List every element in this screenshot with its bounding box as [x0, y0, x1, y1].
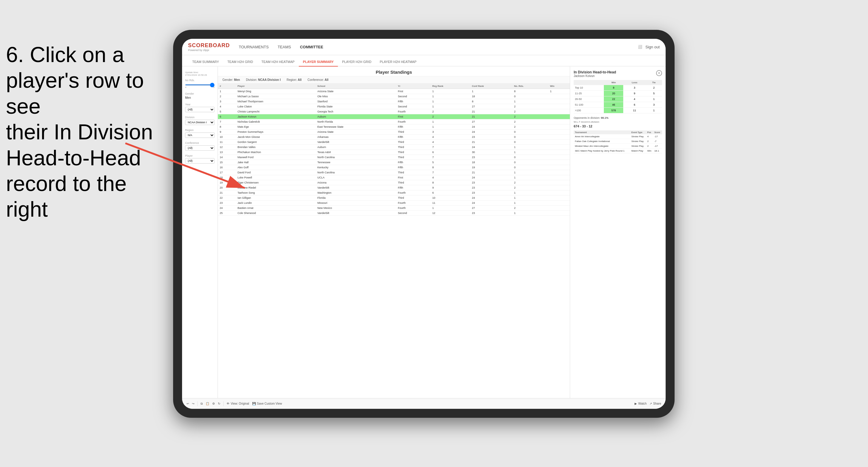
save-custom-button[interactable]: 💾 Save Custom View: [252, 402, 282, 405]
copy-button[interactable]: ⧉: [200, 402, 203, 406]
table-row[interactable]: 10 Jacob Mon Gloose Arkansas Fifth 4 23 …: [218, 134, 570, 139]
h2h-col-label: [574, 80, 604, 85]
col-score: Score: [653, 130, 662, 134]
table-row[interactable]: 9 Preston Summerhays Arizona State Third…: [218, 129, 570, 134]
share-button[interactable]: ↗ Share: [650, 402, 661, 405]
cell-reg: 4: [430, 175, 470, 180]
cell-player: Brendan Valles: [236, 145, 315, 150]
sub-nav-player-h2h-heatmap[interactable]: PLAYER H2H HEATMAP: [375, 58, 421, 66]
gender-value: Men: [185, 96, 215, 99]
cell-rds: 0: [512, 160, 548, 165]
table-row[interactable]: 7 Nicholas Gabrelcik North Florida Fourt…: [218, 119, 570, 124]
tournament-name: Amer Ari Intercollegiate: [574, 134, 630, 139]
cell-yr: Third: [396, 170, 430, 175]
cell-reg: 1: [430, 104, 470, 109]
table-row[interactable]: 4 Luke Claton Florida State Second 1 27 …: [218, 104, 570, 109]
table-row[interactable]: 13 Phichakun Maichon Texas A&M Third 6 3…: [218, 150, 570, 155]
table-row[interactable]: 3 Michael Thorbjornsen Stanford Fifth 1 …: [218, 99, 570, 104]
table-row[interactable]: 6 Jackson Koivun Auburn First 2 21 2: [218, 114, 570, 119]
cell-rds: 2: [512, 104, 548, 109]
redo-button[interactable]: ↪: [192, 402, 194, 405]
sub-nav-team-h2h-grid[interactable]: TEAM H2H GRID: [223, 58, 257, 66]
table-row[interactable]: 16 Alex Goff Kentucky Fifth 8 19 0: [218, 165, 570, 170]
table-row[interactable]: 15 Jake Hall Tennessee Fifth 5 18 0: [218, 160, 570, 165]
cell-school: Ole Miss: [315, 94, 396, 99]
table-row[interactable]: 23 Jack Lundin Missouri Fourth 11 24 1: [218, 200, 570, 206]
table-row[interactable]: 20 Matthew Riedel Vanderbilt Fifth 9 23 …: [218, 185, 570, 190]
cell-yr: Third: [396, 155, 430, 160]
h2h-title: In Division Head-to-Head: [574, 70, 616, 74]
nav-icon: ⬜: [638, 45, 642, 49]
cell-rds: 2: [512, 185, 548, 190]
cell-player: Michael La Sasso: [236, 94, 315, 99]
cell-conf: 27: [470, 104, 512, 109]
table-row[interactable]: 24 Bastien Amat New Mexico Fourth 1 27 2: [218, 206, 570, 211]
h2h-row-label: 11-25: [574, 91, 604, 96]
cell-rds: 2: [512, 206, 548, 211]
nav-committee[interactable]: COMMITTEE: [300, 43, 323, 51]
table-row[interactable]: 14 Maxwell Ford North Carolina Third 7 2…: [218, 155, 570, 160]
h2h-row: >100 578 11 1: [574, 108, 662, 114]
region-select[interactable]: N/A: [185, 132, 215, 138]
division-select[interactable]: NCAA Division I: [185, 120, 215, 125]
nav-tournaments[interactable]: TOURNAMENTS: [239, 43, 269, 51]
table-row[interactable]: 5 Christo Lamprecht Georgia Tech Fourth …: [218, 109, 570, 114]
player-select[interactable]: (All): [185, 158, 215, 163]
cell-conf: 21: [470, 139, 512, 145]
h2h-tournament-table: Tournament Event Type Pos Score Amer Ari…: [574, 130, 662, 153]
undo-button[interactable]: ↩: [187, 402, 189, 405]
table-row[interactable]: 21 Taehoon Song Washington Fourth 6 23 1: [218, 190, 570, 195]
table-row[interactable]: 2 Michael La Sasso Ole Miss Second 1 18 …: [218, 94, 570, 99]
nav-teams[interactable]: TEAMS: [278, 43, 291, 51]
region-label: Region: [185, 129, 215, 132]
cell-win: [548, 211, 570, 216]
settings-button[interactable]: ⚙: [212, 402, 215, 405]
cell-conf: 1: [470, 89, 512, 94]
sub-nav-player-summary[interactable]: PLAYER SUMMARY: [299, 58, 338, 66]
no-rds-section: No Rds. 4 6: [185, 79, 215, 89]
cell-yr: Third: [396, 145, 430, 150]
refresh-button[interactable]: ↻: [218, 402, 220, 405]
cell-yr: Fifth: [396, 185, 430, 190]
table-row[interactable]: 18 Luke Powell UCLA First 4 24 1: [218, 175, 570, 180]
cell-conf: 24: [470, 200, 512, 206]
cell-win: [548, 94, 570, 99]
table-row[interactable]: 1 Wenyi Ding Arizona State First 1 1 8 1: [218, 89, 570, 94]
cell-yr: Fourth: [396, 200, 430, 206]
cell-rds: 0: [512, 94, 548, 99]
cell-yr: Third: [396, 195, 430, 200]
cell-yr: First: [396, 89, 430, 94]
year-select[interactable]: (All): [185, 107, 215, 112]
no-rds-slider[interactable]: [185, 85, 215, 85]
tournament-name: Fallan Oak Collegiate Invitational: [574, 139, 630, 144]
table-row[interactable]: 11 Gordon Sargent Vanderbilt Third 4 21 …: [218, 139, 570, 145]
watch-button[interactable]: ▶ Watch: [634, 402, 647, 405]
cell-conf: 24: [470, 124, 512, 129]
h2h-row: 26-50 22 4 1: [574, 96, 662, 102]
paste-button[interactable]: 📋: [206, 402, 209, 405]
cell-player: Cole Sherwood: [236, 211, 315, 216]
sign-out-link[interactable]: Sign out: [645, 43, 660, 51]
col-event-type: Event Type: [630, 130, 646, 134]
logo-scoreboard: SCOREBOARD: [188, 42, 230, 49]
sub-nav-team-h2h-heatmap[interactable]: TEAM H2H HEATMAP: [257, 58, 299, 66]
table-row[interactable]: 25 Cole Sherwood Vanderbilt Second 12 23…: [218, 211, 570, 216]
instruction-line5: record to the right: [6, 171, 161, 222]
sub-nav-team-summary[interactable]: TEAM SUMMARY: [188, 58, 223, 66]
table-row[interactable]: 8 Mats Ege East Tennessee State Fifth 1 …: [218, 124, 570, 129]
update-time-value: 27/01/2024 16:56:26: [185, 74, 215, 76]
table-row[interactable]: 12 Brendan Valles Auburn Third 7 24 1: [218, 145, 570, 150]
h2h-close-button[interactable]: ×: [656, 70, 662, 76]
h2h-loss: 6: [623, 102, 646, 108]
table-row[interactable]: 19 Tiger Christensen Arizona Third 8 23 …: [218, 180, 570, 185]
cell-school: North Carolina: [315, 155, 396, 160]
cell-win: [548, 150, 570, 155]
update-label: Update time:: [185, 71, 215, 74]
table-row[interactable]: 17 David Ford North Carolina Third 7 21 …: [218, 170, 570, 175]
table-row[interactable]: 22 Ian Gilligan Florida Third 10 24 1: [218, 195, 570, 200]
cell-rds: 1: [512, 200, 548, 206]
cell-yr: Fourth: [396, 119, 430, 124]
conference-select[interactable]: (All): [185, 145, 215, 151]
sub-nav-player-h2h-grid[interactable]: PLAYER H2H GRID: [338, 58, 375, 66]
view-original-button[interactable]: 👁 View: Original: [226, 402, 249, 405]
